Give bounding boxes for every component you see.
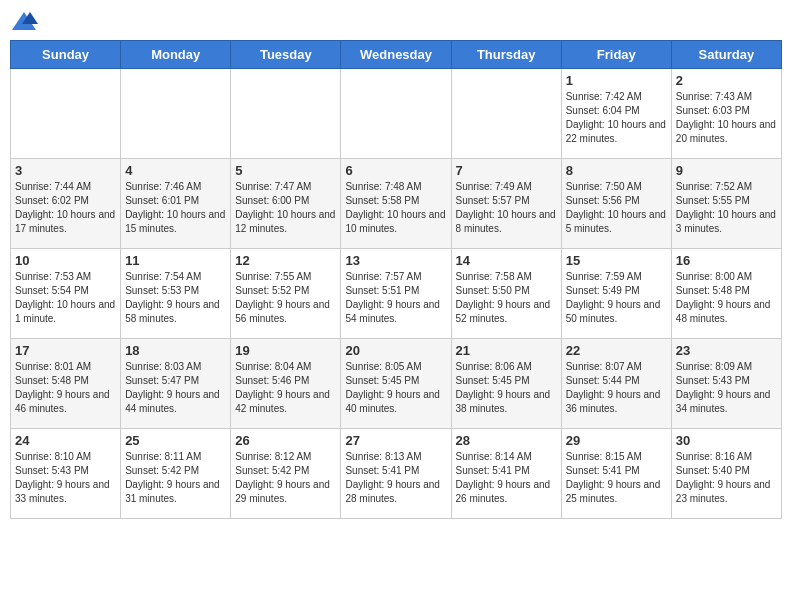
day-info: Sunrise: 7:49 AM Sunset: 5:57 PM Dayligh… xyxy=(456,180,557,236)
calendar-cell: 27Sunrise: 8:13 AM Sunset: 5:41 PM Dayli… xyxy=(341,429,451,519)
calendar-cell: 28Sunrise: 8:14 AM Sunset: 5:41 PM Dayli… xyxy=(451,429,561,519)
day-number: 5 xyxy=(235,163,336,178)
day-number: 19 xyxy=(235,343,336,358)
day-number: 10 xyxy=(15,253,116,268)
day-info: Sunrise: 7:54 AM Sunset: 5:53 PM Dayligh… xyxy=(125,270,226,326)
calendar-cell: 13Sunrise: 7:57 AM Sunset: 5:51 PM Dayli… xyxy=(341,249,451,339)
day-info: Sunrise: 8:12 AM Sunset: 5:42 PM Dayligh… xyxy=(235,450,336,506)
day-number: 14 xyxy=(456,253,557,268)
day-number: 6 xyxy=(345,163,446,178)
calendar-cell: 19Sunrise: 8:04 AM Sunset: 5:46 PM Dayli… xyxy=(231,339,341,429)
day-info: Sunrise: 7:55 AM Sunset: 5:52 PM Dayligh… xyxy=(235,270,336,326)
day-info: Sunrise: 7:43 AM Sunset: 6:03 PM Dayligh… xyxy=(676,90,777,146)
day-info: Sunrise: 8:10 AM Sunset: 5:43 PM Dayligh… xyxy=(15,450,116,506)
calendar-cell: 6Sunrise: 7:48 AM Sunset: 5:58 PM Daylig… xyxy=(341,159,451,249)
calendar-cell: 25Sunrise: 8:11 AM Sunset: 5:42 PM Dayli… xyxy=(121,429,231,519)
day-info: Sunrise: 7:58 AM Sunset: 5:50 PM Dayligh… xyxy=(456,270,557,326)
weekday-header-row: SundayMondayTuesdayWednesdayThursdayFrid… xyxy=(11,41,782,69)
calendar-cell: 9Sunrise: 7:52 AM Sunset: 5:55 PM Daylig… xyxy=(671,159,781,249)
day-number: 30 xyxy=(676,433,777,448)
calendar-week-5: 24Sunrise: 8:10 AM Sunset: 5:43 PM Dayli… xyxy=(11,429,782,519)
calendar-cell: 1Sunrise: 7:42 AM Sunset: 6:04 PM Daylig… xyxy=(561,69,671,159)
day-info: Sunrise: 8:07 AM Sunset: 5:44 PM Dayligh… xyxy=(566,360,667,416)
day-info: Sunrise: 7:52 AM Sunset: 5:55 PM Dayligh… xyxy=(676,180,777,236)
calendar-cell xyxy=(231,69,341,159)
day-number: 13 xyxy=(345,253,446,268)
day-number: 11 xyxy=(125,253,226,268)
day-number: 9 xyxy=(676,163,777,178)
calendar-cell: 17Sunrise: 8:01 AM Sunset: 5:48 PM Dayli… xyxy=(11,339,121,429)
day-number: 28 xyxy=(456,433,557,448)
calendar-cell: 11Sunrise: 7:54 AM Sunset: 5:53 PM Dayli… xyxy=(121,249,231,339)
calendar-cell: 24Sunrise: 8:10 AM Sunset: 5:43 PM Dayli… xyxy=(11,429,121,519)
day-info: Sunrise: 7:53 AM Sunset: 5:54 PM Dayligh… xyxy=(15,270,116,326)
day-number: 25 xyxy=(125,433,226,448)
calendar-cell xyxy=(451,69,561,159)
day-number: 16 xyxy=(676,253,777,268)
day-info: Sunrise: 7:46 AM Sunset: 6:01 PM Dayligh… xyxy=(125,180,226,236)
day-number: 18 xyxy=(125,343,226,358)
day-info: Sunrise: 7:57 AM Sunset: 5:51 PM Dayligh… xyxy=(345,270,446,326)
weekday-header-monday: Monday xyxy=(121,41,231,69)
logo-icon xyxy=(10,10,38,32)
calendar-week-2: 3Sunrise: 7:44 AM Sunset: 6:02 PM Daylig… xyxy=(11,159,782,249)
day-info: Sunrise: 7:42 AM Sunset: 6:04 PM Dayligh… xyxy=(566,90,667,146)
calendar-cell: 7Sunrise: 7:49 AM Sunset: 5:57 PM Daylig… xyxy=(451,159,561,249)
calendar-week-3: 10Sunrise: 7:53 AM Sunset: 5:54 PM Dayli… xyxy=(11,249,782,339)
weekday-header-saturday: Saturday xyxy=(671,41,781,69)
calendar-cell: 15Sunrise: 7:59 AM Sunset: 5:49 PM Dayli… xyxy=(561,249,671,339)
day-number: 24 xyxy=(15,433,116,448)
calendar-cell: 12Sunrise: 7:55 AM Sunset: 5:52 PM Dayli… xyxy=(231,249,341,339)
day-number: 29 xyxy=(566,433,667,448)
day-number: 15 xyxy=(566,253,667,268)
calendar-cell: 3Sunrise: 7:44 AM Sunset: 6:02 PM Daylig… xyxy=(11,159,121,249)
day-number: 7 xyxy=(456,163,557,178)
day-info: Sunrise: 8:13 AM Sunset: 5:41 PM Dayligh… xyxy=(345,450,446,506)
calendar-cell: 10Sunrise: 7:53 AM Sunset: 5:54 PM Dayli… xyxy=(11,249,121,339)
day-info: Sunrise: 8:01 AM Sunset: 5:48 PM Dayligh… xyxy=(15,360,116,416)
weekday-header-tuesday: Tuesday xyxy=(231,41,341,69)
day-number: 3 xyxy=(15,163,116,178)
page-header xyxy=(10,10,782,32)
day-number: 1 xyxy=(566,73,667,88)
day-number: 2 xyxy=(676,73,777,88)
calendar-cell: 14Sunrise: 7:58 AM Sunset: 5:50 PM Dayli… xyxy=(451,249,561,339)
weekday-header-friday: Friday xyxy=(561,41,671,69)
calendar-cell: 23Sunrise: 8:09 AM Sunset: 5:43 PM Dayli… xyxy=(671,339,781,429)
calendar-cell: 20Sunrise: 8:05 AM Sunset: 5:45 PM Dayli… xyxy=(341,339,451,429)
day-info: Sunrise: 8:16 AM Sunset: 5:40 PM Dayligh… xyxy=(676,450,777,506)
calendar-cell xyxy=(341,69,451,159)
day-info: Sunrise: 8:11 AM Sunset: 5:42 PM Dayligh… xyxy=(125,450,226,506)
calendar-cell: 26Sunrise: 8:12 AM Sunset: 5:42 PM Dayli… xyxy=(231,429,341,519)
day-info: Sunrise: 7:48 AM Sunset: 5:58 PM Dayligh… xyxy=(345,180,446,236)
calendar-cell: 29Sunrise: 8:15 AM Sunset: 5:41 PM Dayli… xyxy=(561,429,671,519)
day-number: 8 xyxy=(566,163,667,178)
day-info: Sunrise: 8:03 AM Sunset: 5:47 PM Dayligh… xyxy=(125,360,226,416)
calendar-cell: 16Sunrise: 8:00 AM Sunset: 5:48 PM Dayli… xyxy=(671,249,781,339)
day-info: Sunrise: 8:05 AM Sunset: 5:45 PM Dayligh… xyxy=(345,360,446,416)
calendar-cell: 18Sunrise: 8:03 AM Sunset: 5:47 PM Dayli… xyxy=(121,339,231,429)
day-info: Sunrise: 7:47 AM Sunset: 6:00 PM Dayligh… xyxy=(235,180,336,236)
logo xyxy=(10,10,42,32)
day-number: 12 xyxy=(235,253,336,268)
calendar-cell: 8Sunrise: 7:50 AM Sunset: 5:56 PM Daylig… xyxy=(561,159,671,249)
day-number: 20 xyxy=(345,343,446,358)
calendar-cell: 2Sunrise: 7:43 AM Sunset: 6:03 PM Daylig… xyxy=(671,69,781,159)
day-number: 4 xyxy=(125,163,226,178)
calendar-week-4: 17Sunrise: 8:01 AM Sunset: 5:48 PM Dayli… xyxy=(11,339,782,429)
weekday-header-thursday: Thursday xyxy=(451,41,561,69)
day-info: Sunrise: 8:14 AM Sunset: 5:41 PM Dayligh… xyxy=(456,450,557,506)
calendar-cell: 22Sunrise: 8:07 AM Sunset: 5:44 PM Dayli… xyxy=(561,339,671,429)
calendar-cell: 21Sunrise: 8:06 AM Sunset: 5:45 PM Dayli… xyxy=(451,339,561,429)
day-info: Sunrise: 8:15 AM Sunset: 5:41 PM Dayligh… xyxy=(566,450,667,506)
calendar-week-1: 1Sunrise: 7:42 AM Sunset: 6:04 PM Daylig… xyxy=(11,69,782,159)
calendar-cell: 4Sunrise: 7:46 AM Sunset: 6:01 PM Daylig… xyxy=(121,159,231,249)
calendar-header: SundayMondayTuesdayWednesdayThursdayFrid… xyxy=(11,41,782,69)
day-number: 26 xyxy=(235,433,336,448)
calendar-cell xyxy=(121,69,231,159)
day-number: 17 xyxy=(15,343,116,358)
day-info: Sunrise: 8:06 AM Sunset: 5:45 PM Dayligh… xyxy=(456,360,557,416)
day-number: 23 xyxy=(676,343,777,358)
day-number: 27 xyxy=(345,433,446,448)
day-info: Sunrise: 8:00 AM Sunset: 5:48 PM Dayligh… xyxy=(676,270,777,326)
